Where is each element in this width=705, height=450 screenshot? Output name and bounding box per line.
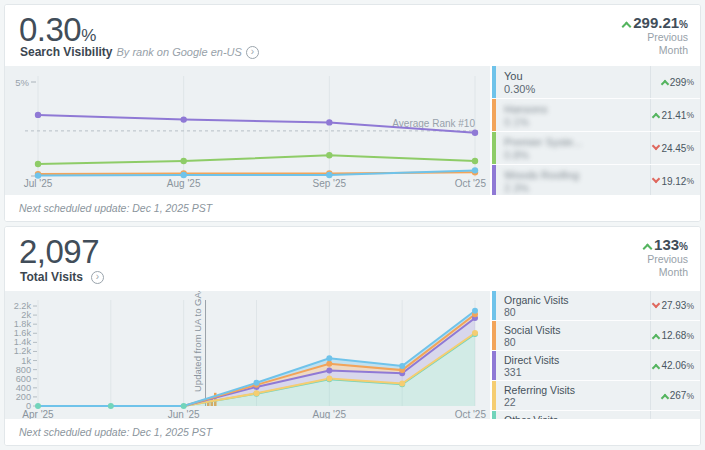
series-change: 27.93% [650,291,700,320]
next-update-note: Next scheduled update: Dec 1, 2025 PST [5,195,700,221]
series-name: Premier Syste... [504,136,646,149]
svg-text:2k: 2k [21,310,31,320]
panel-subtitle: By rank on Google en-US [117,46,242,58]
series-change: 19.12% [650,165,700,197]
svg-text:Updated from UA to GA4: Updated from UA to GA4 [192,291,203,392]
dashboard-page: 0.30% Search Visibility By rank on Googl… [0,0,705,450]
legend-row-social-visits[interactable]: Social Visits80 12.68% [492,320,700,350]
series-value: 0.1% [504,116,646,129]
trend-caret-icon [652,142,660,150]
legend-row-you[interactable]: You0.30% 299% [492,66,700,98]
svg-text:400: 400 [16,383,31,393]
change-caption: Previous [623,31,688,44]
legend-row-competitor-2[interactable]: Premier Syste...0.8% 24.45% [492,131,700,164]
change-caption: Previous [644,253,688,266]
previous-month-change: 299.21% Previous Month [623,14,688,57]
series-value: 0.8% [504,149,646,162]
trend-caret-icon [652,333,660,341]
series-name: Social Visits [504,325,646,337]
total-visits-header: 2,097 Total Visits › 133% Previous Month [5,227,700,291]
series-change: 267% [650,381,700,410]
trend-caret-icon [652,363,660,371]
total-visits-chart[interactable]: 02004006008001k1.2k1.4k1.6k1.8k2k2.2kUpd… [5,291,490,421]
svg-text:2.2k: 2.2k [14,301,32,311]
series-value: 80 [504,307,646,319]
svg-text:1.2k: 1.2k [14,346,32,356]
series-value: 2.3% [504,182,646,195]
trend-up-icon [643,244,653,254]
headline-value: 2,097 [19,233,99,271]
total-visits-legend: Organic Visits80 27.93% Social Visits80 … [490,291,700,421]
trend-caret-icon [661,393,669,401]
chevron-circle-icon[interactable]: › [246,46,259,59]
legend-row-organic-visits[interactable]: Organic Visits80 27.93% [492,291,700,320]
svg-text:600: 600 [16,374,31,384]
search-visibility-card: 0.30% Search Visibility By rank on Googl… [4,4,701,222]
total-visits-card: 2,097 Total Visits › 133% Previous Month… [4,226,701,446]
series-name: Organic Visits [504,295,646,307]
svg-text:Aug '25: Aug '25 [167,178,201,189]
panel-title: Total Visits [20,270,83,284]
chevron-circle-icon[interactable]: › [91,271,104,284]
search-visibility-legend: You0.30% 299% Hansons0.1% 21.41% Premier… [490,66,700,197]
legend-row-competitor-1[interactable]: Hansons0.1% 21.41% [492,98,700,131]
legend-row-referring-visits[interactable]: Referring Visits22 267% [492,380,700,410]
series-value: 22 [504,397,646,409]
svg-text:1.4k: 1.4k [14,337,32,347]
trend-caret-icon [661,80,669,88]
total-visits-body: 02004006008001k1.2k1.4k1.6k1.8k2k2.2kUpd… [5,291,700,421]
search-visibility-body: 5%Average Rank #10Jul '25Aug '25Sep '25O… [5,66,700,197]
total-visits-chart-svg[interactable]: 02004006008001k1.2k1.4k1.6k1.8k2k2.2kUpd… [5,291,490,421]
change-caption: Month [644,266,688,279]
series-change: 42.06% [650,351,700,380]
series-change: 12.68% [650,321,700,350]
svg-text:Oct '25: Oct '25 [455,178,487,189]
series-value: 0.30% [504,83,646,96]
series-name: Woods Roofing [504,169,646,182]
series-value: 80 [504,337,646,349]
next-update-note: Next scheduled update: Dec 1, 2025 PST [5,419,700,445]
series-change: 21.41% [650,99,700,131]
trend-caret-icon [652,113,660,121]
series-name: You [504,70,646,83]
trend-caret-icon [652,299,660,307]
series-name: Direct Visits [504,355,646,367]
change-caption: Month [623,44,688,57]
series-name: Referring Visits [504,385,646,397]
trend-caret-icon [652,175,660,183]
previous-month-change: 133% Previous Month [644,236,688,279]
svg-text:1k: 1k [21,356,31,366]
trend-up-icon [622,22,632,32]
legend-row-competitor-3[interactable]: Woods Roofing2.3% 19.12% [492,164,700,197]
search-visibility-header: 0.30% Search Visibility By rank on Googl… [5,5,700,66]
series-change: 24.45% [650,132,700,164]
svg-text:Sep '25: Sep '25 [313,178,347,189]
search-visibility-chart[interactable]: 5%Average Rank #10Jul '25Aug '25Sep '25O… [5,66,490,197]
series-change: 299% [650,66,700,98]
legend-row-direct-visits[interactable]: Direct Visits331 42.06% [492,350,700,380]
panel-title: Search Visibility [20,45,113,59]
headline-value: 0.30% [19,11,96,49]
search-visibility-chart-svg[interactable]: 5%Average Rank #10Jul '25Aug '25Sep '25O… [5,66,490,197]
series-name: Hansons [504,103,646,116]
svg-text:800: 800 [16,365,31,375]
series-value: 331 [504,367,646,379]
svg-text:1.6k: 1.6k [14,328,32,338]
svg-text:200: 200 [16,392,31,402]
svg-text:Jul '25: Jul '25 [24,178,53,189]
svg-text:5%: 5% [15,77,29,88]
svg-text:1.8k: 1.8k [14,319,32,329]
